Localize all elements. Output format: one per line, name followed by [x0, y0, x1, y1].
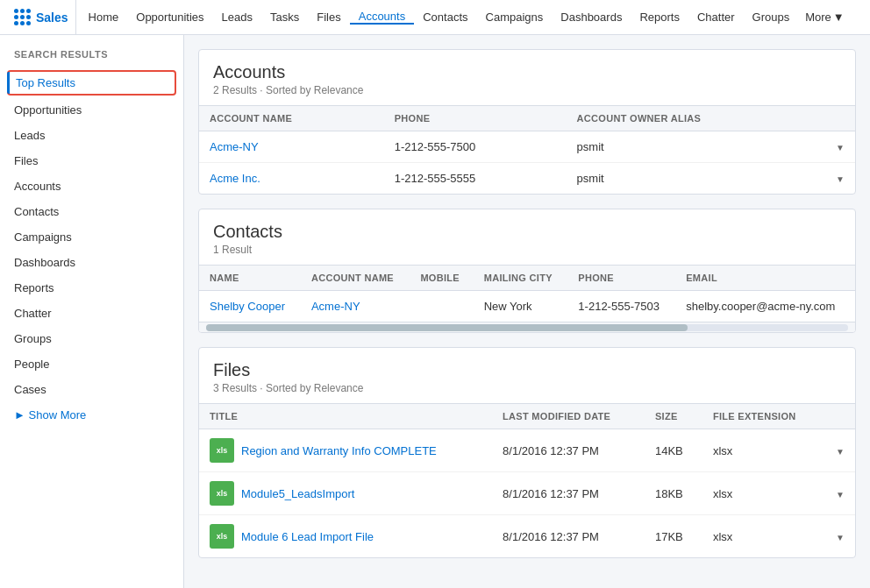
- col-phone: PHONE: [567, 266, 675, 291]
- acme-ny-link[interactable]: Acme-NY: [210, 140, 259, 153]
- xls-file-icon: xls: [210, 481, 234, 506]
- files-section-header: Files 3 Results · Sorted by Relevance: [199, 348, 855, 403]
- accounts-row1-action[interactable]: ▼: [825, 131, 855, 163]
- contacts-section-subtitle: 1 Result: [213, 244, 841, 256]
- dropdown-icon: ▼: [836, 533, 845, 542]
- active-indicator: [7, 72, 10, 94]
- accounts-row2-action[interactable]: ▼: [825, 163, 855, 195]
- contacts-row1-city: New York: [474, 291, 568, 322]
- accounts-row2-name: Acme Inc.: [199, 163, 384, 195]
- contacts-section-header: Contacts 1 Result: [199, 209, 855, 265]
- table-row: Shelby Cooper Acme-NY New York 1-212-555…: [199, 291, 855, 322]
- sidebar-item-cases[interactable]: Cases: [0, 377, 183, 402]
- app-launcher-icon: [14, 9, 31, 25]
- top-nav: Sales Home Opportunities Leads Tasks Fil…: [0, 0, 870, 35]
- sidebar-item-top-results[interactable]: Top Results: [7, 70, 176, 96]
- nav-item-contacts[interactable]: Contacts: [414, 11, 476, 24]
- contacts-table-header-row: NAME ACCOUNT NAME MOBILE MAILING CITY PH…: [199, 266, 855, 291]
- nav-item-chatter[interactable]: Chatter: [688, 11, 744, 24]
- file2-link[interactable]: Module5_LeadsImport: [241, 487, 354, 500]
- sidebar-item-label: Opportunities: [14, 103, 82, 117]
- sidebar-item-campaigns[interactable]: Campaigns: [0, 224, 183, 250]
- nav-item-accounts[interactable]: Accounts: [350, 10, 414, 25]
- files-row3-action[interactable]: ▼: [825, 515, 855, 558]
- xls-file-icon: xls: [210, 524, 234, 549]
- contacts-row1-name: Shelby Cooper: [199, 291, 301, 322]
- nav-more-button[interactable]: More ▼: [798, 11, 852, 24]
- page-layout: SEARCH RESULTS Top Results Opportunities…: [0, 35, 870, 588]
- accounts-row1-owner: psmit: [567, 131, 825, 163]
- nav-item-home[interactable]: Home: [80, 11, 128, 24]
- files-table-header-row: TITLE LAST MODIFIED DATE SIZE FILE EXTEN…: [199, 404, 855, 429]
- sidebar-item-label: People: [14, 358, 49, 371]
- file-title-cell: xls Module 6 Lead Import File: [210, 524, 481, 549]
- nav-item-tasks[interactable]: Tasks: [261, 11, 308, 24]
- xls-file-icon: xls: [210, 438, 234, 463]
- sidebar-item-files[interactable]: Files: [0, 148, 183, 174]
- shelby-cooper-link[interactable]: Shelby Cooper: [210, 300, 285, 313]
- file1-link[interactable]: Region and Warranty Info COMPLETE: [241, 444, 437, 457]
- sidebar-item-groups[interactable]: Groups: [0, 326, 183, 351]
- files-row1-modified: 8/1/2016 12:37 PM: [492, 429, 645, 472]
- files-row1-ext: xlsx: [702, 429, 825, 472]
- files-row1-action[interactable]: ▼: [825, 429, 855, 472]
- sidebar-item-accounts[interactable]: Accounts: [0, 174, 183, 199]
- files-row3-title: xls Module 6 Lead Import File: [199, 515, 492, 558]
- nav-item-opportunities[interactable]: Opportunities: [127, 11, 212, 24]
- sidebar-item-opportunities[interactable]: Opportunities: [0, 97, 183, 123]
- show-more-button[interactable]: ► Show More: [0, 402, 183, 428]
- contacts-acme-ny-link[interactable]: Acme-NY: [311, 300, 360, 313]
- files-row2-action[interactable]: ▼: [825, 472, 855, 515]
- accounts-row1-name: Acme-NY: [199, 131, 384, 163]
- file-title-cell: xls Module5_LeadsImport: [210, 481, 481, 506]
- sidebar-item-contacts[interactable]: Contacts: [0, 199, 183, 224]
- app-launcher[interactable]: Sales: [7, 0, 76, 34]
- show-more-label: Show More: [29, 408, 87, 422]
- sidebar-item-people[interactable]: People: [0, 351, 183, 377]
- sidebar-item-label: Groups: [14, 332, 52, 345]
- accounts-table-header-row: ACCOUNT NAME PHONE ACCOUNT OWNER ALIAS: [199, 106, 855, 131]
- app-name: Sales: [36, 11, 68, 25]
- col-title: TITLE: [199, 404, 492, 429]
- files-section-title: Files: [213, 360, 841, 380]
- contacts-section-title: Contacts: [213, 222, 841, 242]
- acme-inc-link[interactable]: Acme Inc.: [210, 172, 260, 185]
- accounts-section-title: Accounts: [213, 62, 841, 82]
- horizontal-scrollbar[interactable]: [199, 322, 855, 332]
- sidebar-item-dashboards[interactable]: Dashboards: [0, 250, 183, 275]
- table-row: Acme-NY 1-212-555-7500 psmit ▼: [199, 131, 855, 163]
- table-row: Acme Inc. 1-212-555-5555 psmit ▼: [199, 163, 855, 195]
- sidebar-item-leads[interactable]: Leads: [0, 123, 183, 148]
- sidebar-item-reports[interactable]: Reports: [0, 275, 183, 301]
- nav-item-files[interactable]: Files: [308, 11, 349, 24]
- files-row1-size: 14KB: [645, 429, 702, 472]
- nav-item-groups[interactable]: Groups: [744, 11, 799, 24]
- col-name: NAME: [199, 266, 301, 291]
- files-row2-title: xls Module5_LeadsImport: [199, 472, 492, 515]
- file3-link[interactable]: Module 6 Lead Import File: [241, 530, 374, 543]
- nav-item-leads[interactable]: Leads: [213, 11, 261, 24]
- sidebar-item-chatter[interactable]: Chatter: [0, 301, 183, 326]
- col-mobile: MOBILE: [410, 266, 473, 291]
- col-email: EMAIL: [675, 266, 855, 291]
- col-account-name: ACCOUNT NAME: [199, 106, 384, 131]
- chevron-down-icon: ▼: [833, 11, 845, 24]
- table-row: xls Module5_LeadsImport 8/1/2016 12:37 P…: [199, 472, 855, 515]
- files-section-subtitle: 3 Results · Sorted by Relevance: [213, 382, 841, 394]
- sidebar-item-label: Contacts: [14, 205, 59, 218]
- sidebar-title: SEARCH RESULTS: [0, 49, 183, 68]
- files-table: TITLE LAST MODIFIED DATE SIZE FILE EXTEN…: [199, 403, 855, 557]
- accounts-row2-phone: 1-212-555-5555: [384, 163, 567, 195]
- nav-item-reports[interactable]: Reports: [631, 11, 688, 24]
- dropdown-icon: ▼: [836, 143, 845, 152]
- dropdown-icon: ▼: [836, 490, 845, 499]
- files-row3-ext: xlsx: [702, 515, 825, 558]
- sidebar: SEARCH RESULTS Top Results Opportunities…: [0, 35, 184, 588]
- col-owner-alias: ACCOUNT OWNER ALIAS: [567, 106, 825, 131]
- col-action: [825, 106, 855, 131]
- nav-item-dashboards[interactable]: Dashboards: [552, 11, 631, 24]
- files-row2-size: 18KB: [645, 472, 702, 515]
- nav-item-campaigns[interactable]: Campaigns: [477, 11, 553, 24]
- col-modified: LAST MODIFIED DATE: [492, 404, 645, 429]
- col-account-name: ACCOUNT NAME: [301, 266, 410, 291]
